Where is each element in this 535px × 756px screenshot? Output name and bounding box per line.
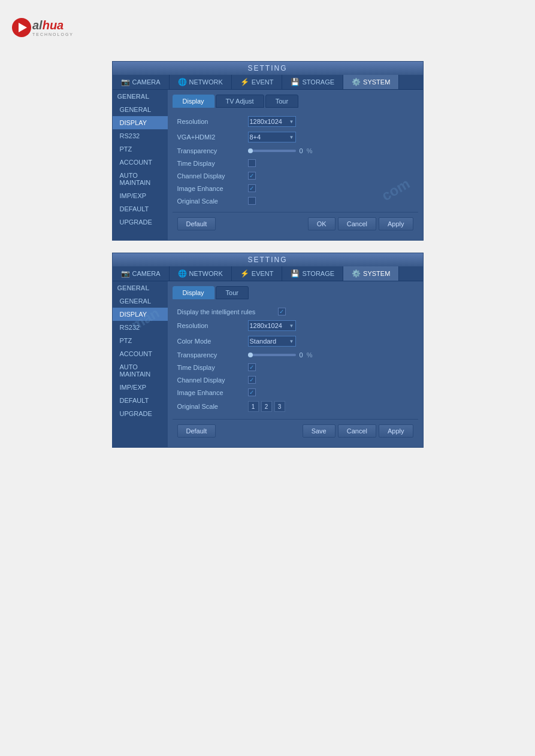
logo-area: al hua TECHNOLOGY — [12, 12, 523, 43]
transparency-unit: % — [307, 147, 313, 154]
p2-nav-tab-system[interactable]: ⚙️ SYSTEM — [343, 266, 399, 281]
p2-nav-tab-camera[interactable]: 📷 CAMERA — [113, 266, 170, 281]
content-tab-display[interactable]: Display — [173, 95, 214, 108]
sidebar-item-ptz[interactable]: PTZ — [113, 142, 168, 156]
p2-channel-display-check-icon: ✓ — [249, 377, 254, 383]
p2-sidebar-item-default[interactable]: DEFAULT — [113, 394, 168, 407]
sidebar-item-upgrade[interactable]: UPGRADE — [113, 215, 168, 229]
panel-2-form: Display the intelligent rules ✓ Resoluti… — [173, 305, 418, 419]
ok-button[interactable]: OK — [308, 217, 335, 230]
vga-hdmi2-select[interactable]: 8+4 ▼ — [248, 132, 296, 142]
p2-sidebar-item-auto-maintain[interactable]: AUTO MAINTAIN — [113, 360, 168, 381]
logo-play-icon — [19, 23, 27, 32]
p2-nav-tab-network[interactable]: 🌐 NETWORK — [170, 266, 232, 281]
apply-button[interactable]: Apply — [379, 217, 413, 230]
nav-tab-system[interactable]: ⚙️ SYSTEM — [343, 75, 399, 89]
transparency-slider-track[interactable] — [248, 150, 296, 152]
p2-time-display-checkbox[interactable]: ✓ — [248, 363, 256, 371]
p2-resolution-select[interactable]: 1280x1024 ▼ — [248, 320, 296, 331]
original-scale-box-2[interactable]: 2 — [261, 401, 272, 412]
p2-storage-icon: 💾 — [291, 269, 300, 278]
time-display-label: Time Display — [177, 160, 243, 167]
p2-content-tab-display[interactable]: Display — [173, 286, 214, 299]
form-row-transparency: Transparency 0 % — [177, 147, 413, 154]
p2-save-button[interactable]: Save — [303, 424, 335, 438]
p2-content-tab-tour[interactable]: Tour — [216, 286, 249, 299]
p2-sidebar-item-rs232[interactable]: RS232 — [113, 321, 168, 334]
form-row-image-enhance: Image Enhance ✓ — [177, 184, 413, 192]
p2-original-scale-label: Original Scale — [177, 403, 243, 410]
channel-display-label: Channel Display — [177, 172, 243, 180]
vga-hdmi2-value: 8+4 — [250, 133, 261, 141]
p2-image-enhance-label: Image Enhance — [177, 389, 243, 396]
transparency-slider-container: 0 % — [248, 147, 313, 154]
p2-transparency-value: 0 — [300, 351, 303, 359]
p2-apply-button[interactable]: Apply — [379, 424, 413, 438]
original-scale-checkbox[interactable] — [248, 197, 256, 205]
sidebar-item-auto-maintain[interactable]: AUTO MAINTAIN — [113, 169, 168, 189]
original-scale-box-1[interactable]: 1 — [248, 401, 259, 412]
p2-default-button[interactable]: Default — [177, 424, 216, 438]
form-row-original-scale: Original Scale — [177, 197, 413, 205]
p2-form-row-resolution: Resolution 1280x1024 ▼ — [177, 320, 413, 331]
nav-tab-event[interactable]: ⚡ EVENT — [232, 75, 283, 89]
sidebar-item-display[interactable]: DISPLAY — [113, 116, 168, 129]
nav-tab-storage-label: STORAGE — [302, 78, 334, 86]
time-display-checkbox[interactable] — [248, 159, 256, 167]
display-rules-check-icon: ✓ — [279, 308, 284, 315]
nav-tab-camera[interactable]: 📷 CAMERA — [113, 75, 170, 89]
sidebar-section-general: GENERAL — [113, 90, 168, 103]
p2-network-icon: 🌐 — [178, 269, 187, 278]
p2-cancel-button[interactable]: Cancel — [338, 424, 376, 438]
nav-tab-storage[interactable]: 💾 STORAGE — [282, 75, 343, 89]
sidebar-item-imp-exp[interactable]: IMP/EXP — [113, 189, 168, 202]
p2-time-display-check-icon: ✓ — [249, 364, 254, 371]
nav-tab-network[interactable]: 🌐 NETWORK — [170, 75, 232, 89]
p2-image-enhance-checkbox[interactable]: ✓ — [248, 388, 256, 396]
p2-sidebar-item-upgrade[interactable]: UPGRADE — [113, 407, 168, 420]
p2-form-row-time-display: Time Display ✓ — [177, 363, 413, 371]
content-tab-tour[interactable]: Tour — [265, 95, 298, 108]
content-tab-tv-adjust[interactable]: TV Adjust — [216, 95, 264, 108]
camera-icon: 📷 — [121, 78, 130, 86]
transparency-slider-thumb[interactable] — [248, 148, 253, 153]
p2-transparency-slider-thumb[interactable] — [248, 353, 253, 357]
resolution-label: Resolution — [177, 118, 243, 125]
display-rules-label: Display the intelligent rules — [177, 308, 273, 315]
p2-image-enhance-check-icon: ✓ — [249, 389, 254, 396]
p2-sidebar-item-imp-exp[interactable]: IMP/EXP — [113, 381, 168, 394]
p2-sidebar-item-display[interactable]: DISPLAY — [113, 308, 168, 321]
p2-nav-tab-storage[interactable]: 💾 STORAGE — [282, 266, 343, 281]
transparency-label: Transparency — [177, 147, 243, 154]
sidebar-item-account[interactable]: ACCOUNT — [113, 156, 168, 169]
p2-nav-tab-event[interactable]: ⚡ EVENT — [232, 266, 283, 281]
color-mode-select[interactable]: Standard ▼ — [248, 336, 296, 347]
panel-1-nav: 📷 CAMERA 🌐 NETWORK ⚡ EVENT 💾 STORAGE ⚙️ … — [113, 75, 423, 90]
vga-hdmi2-label: VGA+HDMI2 — [177, 133, 243, 141]
p2-sidebar-item-ptz[interactable]: PTZ — [113, 334, 168, 347]
cancel-button[interactable]: Cancel — [338, 217, 376, 230]
image-enhance-checkbox[interactable]: ✓ — [248, 184, 256, 192]
p2-resolution-value: 1280x1024 — [250, 322, 282, 329]
sidebar-item-rs232[interactable]: RS232 — [113, 129, 168, 142]
resolution-value: 1280x1024 — [250, 118, 282, 125]
panel-1-form: Resolution 1280x1024 ▼ VGA+HDMI2 8+4 ▼ — [173, 114, 418, 212]
p2-nav-tab-system-label: SYSTEM — [363, 270, 390, 277]
display-rules-checkbox[interactable]: ✓ — [278, 308, 286, 315]
p2-channel-display-checkbox[interactable]: ✓ — [248, 376, 256, 384]
resolution-select[interactable]: 1280x1024 ▼ — [248, 116, 296, 127]
p2-form-row-channel-display: Channel Display ✓ — [177, 376, 413, 384]
p2-transparency-label: Transparency — [177, 351, 243, 359]
p2-transparency-unit: % — [307, 351, 313, 359]
p2-nav-tab-camera-label: CAMERA — [132, 270, 161, 277]
channel-display-checkbox[interactable]: ✓ — [248, 172, 256, 180]
p2-transparency-slider-track[interactable] — [248, 354, 296, 356]
sidebar-item-general[interactable]: GENERAL — [113, 103, 168, 116]
p2-sidebar-section-general: GENERAL — [113, 281, 168, 294]
original-scale-box-3[interactable]: 3 — [274, 401, 285, 412]
p2-sidebar-item-account[interactable]: ACCOUNT — [113, 347, 168, 360]
p2-nav-tab-network-label: NETWORK — [189, 270, 223, 277]
p2-sidebar-item-general[interactable]: GENERAL — [113, 294, 168, 308]
default-button[interactable]: Default — [177, 217, 216, 230]
sidebar-item-default[interactable]: DEFAULT — [113, 202, 168, 215]
